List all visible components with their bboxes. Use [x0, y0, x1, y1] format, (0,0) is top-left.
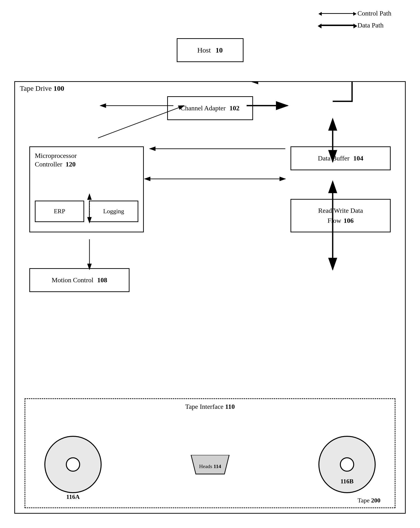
inner-boxes: ERP Logging	[35, 201, 138, 222]
tape-drive-label: Tape Drive 100	[20, 84, 64, 92]
reel-left-inner	[66, 457, 80, 472]
reel-right: 116B	[318, 436, 376, 493]
page: Control Path Data Path Host 10 Tape Driv…	[0, 0, 420, 528]
tape-drive-box: Tape Drive 100 Channel Adapter 102 Micro…	[14, 81, 406, 514]
reel-right-inner	[340, 457, 354, 472]
control-path-label: Control Path	[358, 10, 391, 17]
rw-box: Read/Write Data Flow 106	[291, 199, 391, 232]
control-path-legend: Control Path	[321, 10, 391, 17]
data-buffer-label: Data Buffer	[318, 155, 349, 162]
channel-adapter-number: 102	[229, 104, 239, 112]
reel-right-label: 116B	[341, 478, 354, 485]
logging-box: Logging	[89, 201, 138, 222]
tape-interface-box: Tape Interface 110 116A 116B	[24, 398, 396, 508]
heads-shape: Heads 114	[186, 455, 234, 479]
motion-control-label: Motion Control	[52, 276, 93, 284]
reel-left: 116A	[44, 436, 102, 493]
host-box: Host 10	[177, 38, 243, 62]
control-path-arrow	[321, 13, 354, 14]
data-path-label: Data Path	[358, 22, 384, 29]
microprocessor-box: Microprocessor Controller 120 ERP Loggin…	[29, 146, 144, 232]
erp-box: ERP	[35, 201, 84, 222]
microprocessor-label: Microprocessor Controller 120	[35, 151, 77, 169]
diagram: Host 10 Tape Drive 100 Channel Adapter 1…	[14, 38, 406, 514]
data-buffer-number: 104	[353, 155, 363, 162]
channel-adapter-box: Channel Adapter 102	[167, 96, 253, 120]
data-buffer-box: Data Buffer 104	[291, 146, 391, 170]
tape-interface-label: Tape Interface 110	[185, 403, 235, 410]
data-path-legend: Data Path	[321, 22, 391, 29]
host-number: 10	[216, 46, 223, 54]
data-path-arrow	[321, 24, 354, 26]
motion-control-box: Motion Control 108	[29, 268, 129, 292]
motion-control-number: 108	[97, 276, 107, 284]
tape-label: Tape 200	[358, 497, 380, 504]
host-label: Host	[197, 46, 211, 54]
legend: Control Path Data Path	[321, 10, 391, 29]
reel-left-label: 116A	[66, 493, 80, 501]
svg-text:Heads 114: Heads 114	[199, 463, 221, 469]
heads-svg: Heads 114	[186, 455, 234, 479]
channel-adapter-label: Channel Adapter	[181, 104, 226, 112]
